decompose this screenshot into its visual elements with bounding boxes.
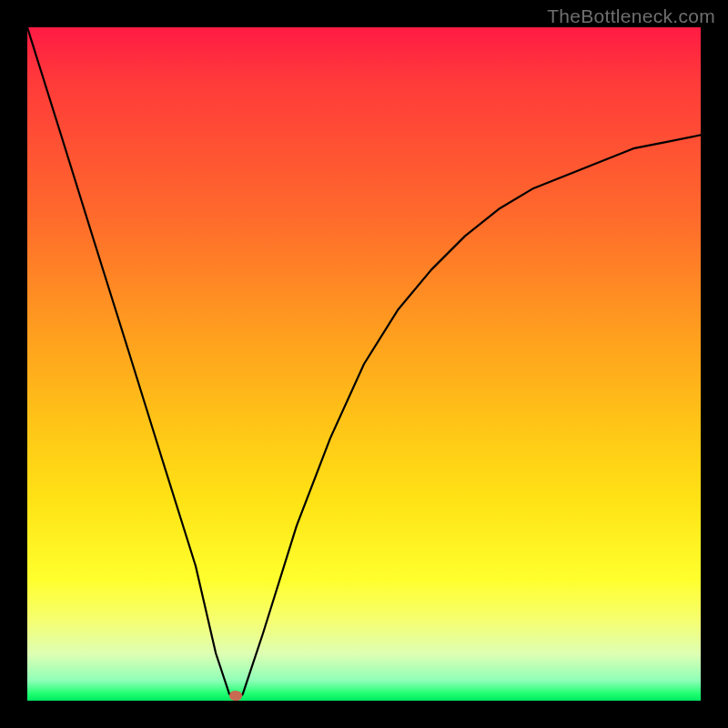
chart-frame: TheBottleneck.com (0, 0, 728, 728)
bottleneck-curve-path (27, 27, 701, 701)
minimum-point-marker (229, 691, 242, 701)
watermark-text: TheBottleneck.com (547, 5, 715, 27)
plot-area (27, 27, 701, 701)
curve-svg (27, 27, 701, 701)
